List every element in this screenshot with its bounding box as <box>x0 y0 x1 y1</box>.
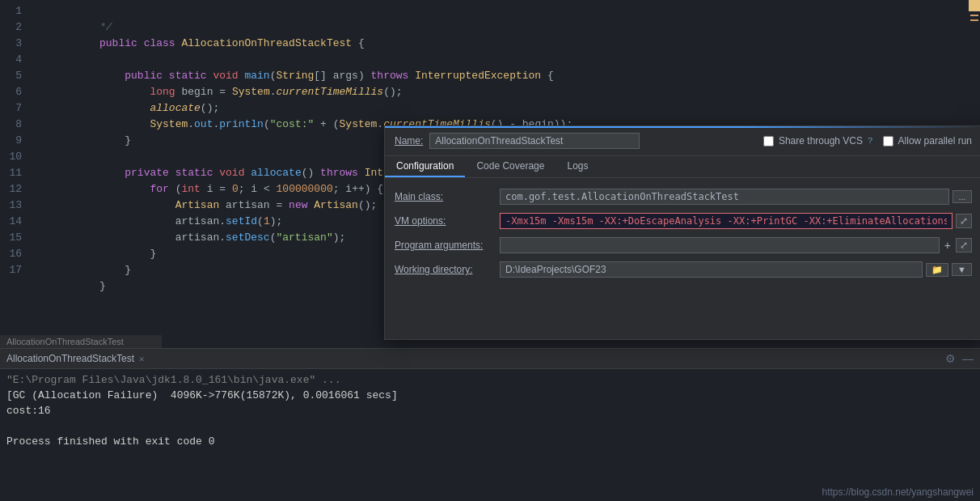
console-line: "E:\Program Files\Java\jdk1.8.0_161\bin\… <box>6 372 974 388</box>
working-dir-row: Working directory: 📁 ▼ <box>385 257 980 282</box>
code-line: public static void main(String[] args) t… <box>36 52 980 68</box>
program-args-expand-button[interactable]: ⤢ <box>956 238 972 253</box>
main-class-input[interactable] <box>500 189 949 205</box>
share-row: Share through VCS ? <box>763 135 873 146</box>
watermark: https://blog.csdn.net/yangshangwei <box>822 486 974 498</box>
working-dir-dropdown-button[interactable]: ▼ <box>952 263 972 276</box>
vm-options-row: VM options: ⤢ <box>385 209 980 233</box>
tab-configuration[interactable]: Configuration <box>385 156 465 177</box>
bottom-tab-title: AllocationOnThreadStackTest <box>6 353 134 364</box>
console-area: "E:\Program Files\Java\jdk1.8.0_161\bin\… <box>0 369 980 452</box>
program-args-input-wrapper: + ⤢ <box>500 237 972 253</box>
console-line: cost:16 <box>6 403 974 418</box>
code-line: */ <box>36 3 980 19</box>
program-args-add-button[interactable]: + <box>943 239 953 252</box>
tab-logs[interactable]: Logs <box>555 156 599 177</box>
main-class-label: Main class: <box>395 191 500 202</box>
working-dir-input[interactable] <box>500 261 923 278</box>
vm-options-input[interactable] <box>500 213 953 229</box>
dialog-body: Main class: ... VM options: ⤢ Program ar… <box>385 178 980 288</box>
console-line: Process finished with exit code 0 <box>6 434 974 449</box>
dialog-header: Name: Share through VCS ? Allow parallel… <box>385 126 980 156</box>
allow-parallel-checkbox[interactable] <box>883 136 893 146</box>
bottom-tab-close[interactable]: ✕ <box>139 354 145 364</box>
run-config-dialog: Name: Share through VCS ? Allow parallel… <box>384 125 980 340</box>
help-icon[interactable]: ? <box>868 136 873 146</box>
name-row: Name: <box>395 133 754 149</box>
vm-options-input-wrapper: ⤢ <box>500 213 972 229</box>
dialog-top-border <box>385 126 980 128</box>
console-line <box>6 418 974 434</box>
console-line: [GC (Allocation Failure) 4096K->776K(158… <box>6 388 974 403</box>
name-input[interactable] <box>429 133 640 149</box>
program-args-input[interactable] <box>500 237 940 253</box>
working-dir-input-wrapper: 📁 ▼ <box>500 261 972 278</box>
breadcrumb: AllocationOnThreadStackTest <box>0 335 162 348</box>
minus-icon-button[interactable]: — <box>962 352 974 365</box>
main-class-input-wrapper: ... <box>500 189 972 205</box>
program-args-label: Program arguments: <box>395 240 500 251</box>
bottom-panel-header: AllocationOnThreadStackTest ✕ ⚙ — <box>0 349 980 369</box>
bottom-tab: AllocationOnThreadStackTest ✕ <box>6 353 145 364</box>
program-args-row: Program arguments: + ⤢ <box>385 233 980 257</box>
main-class-row: Main class: ... <box>385 185 980 209</box>
vm-options-expand-button[interactable]: ⤢ <box>956 214 972 228</box>
bottom-panel: AllocationOnThreadStackTest ✕ ⚙ — "E:\Pr… <box>0 348 980 501</box>
vm-options-label: VM options: <box>395 215 500 227</box>
main-class-browse-button[interactable]: ... <box>953 190 972 203</box>
working-dir-label: Working directory: <box>395 264 500 275</box>
allow-parallel-label: Allow parallel run <box>898 135 972 146</box>
name-label: Name: <box>395 135 423 146</box>
gear-icon-button[interactable]: ⚙ <box>945 352 956 365</box>
working-dir-browse-button[interactable]: 📁 <box>926 263 948 277</box>
bottom-icons: ⚙ — <box>945 352 974 365</box>
share-vcs-label: Share through VCS <box>779 135 863 146</box>
line-numbers: 1 2 3 4 5 6 7 8 9 10 11 12 13 14 15 16 1… <box>0 0 28 348</box>
share-vcs-checkbox[interactable] <box>763 136 774 146</box>
allow-parallel-row: Allow parallel run <box>883 135 972 146</box>
dialog-tabs: Configuration Code Coverage Logs <box>385 156 980 178</box>
code-line: public class AllocationOnThreadStackTest… <box>36 19 980 36</box>
tab-code-coverage[interactable]: Code Coverage <box>465 156 555 177</box>
